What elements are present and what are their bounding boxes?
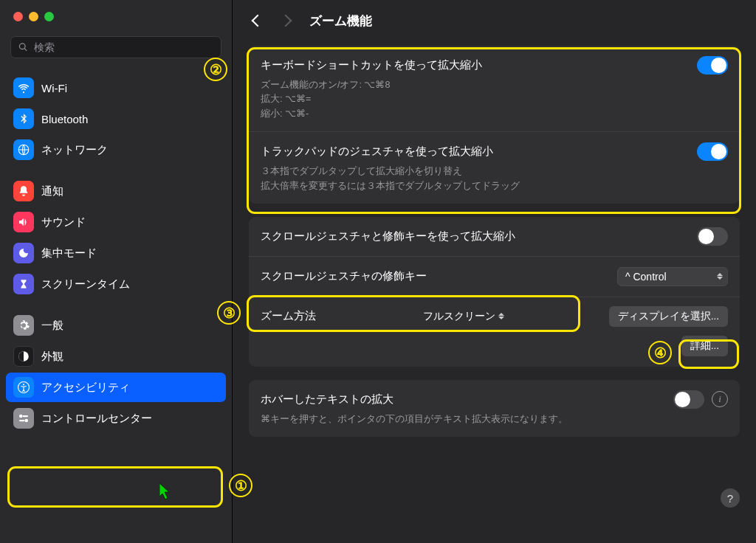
sidebar-item-label: アクセシビリティ <box>41 381 130 395</box>
sidebar-item-focus[interactable]: 集中モード <box>6 238 226 268</box>
sidebar-item-general[interactable]: 一般 <box>6 311 226 340</box>
scroll-gesture-toggle[interactable] <box>697 227 728 246</box>
hover-text-toggle[interactable] <box>673 390 704 409</box>
svg-point-4 <box>19 415 23 418</box>
bluetooth-icon <box>13 108 34 129</box>
choose-display-button[interactable]: ディスプレイを選択... <box>609 306 728 327</box>
scroll-zoom-card: スクロールジェスチャと修飾キーを使って拡大縮小 スクロールジェスチャの修飾キー … <box>249 217 740 367</box>
chevron-updown-icon <box>498 313 504 319</box>
sidebar-item-screentime[interactable]: スクリーンタイム <box>6 269 226 299</box>
sidebar-item-sound[interactable]: サウンド <box>6 207 226 237</box>
hover-text-title: ホバーしたテキストの拡大 <box>261 392 394 407</box>
sidebar-item-label: サウンド <box>41 215 86 229</box>
svg-rect-5 <box>23 415 29 417</box>
network-icon <box>13 139 34 160</box>
sidebar-item-bluetooth[interactable]: Bluetooth <box>6 104 226 134</box>
zoom-shortcuts-card: キーボードショートカットを使って拡大縮小 ズーム機能のオン/オフ: ⌥⌘8 拡大… <box>249 46 740 204</box>
search-input[interactable] <box>34 41 213 53</box>
nav-forward-button[interactable] <box>277 12 295 30</box>
scroll-gesture-title: スクロールジェスチャと修飾キーを使って拡大縮小 <box>261 229 515 243</box>
modifier-key-label: スクロールジェスチャの修飾キー <box>261 269 427 283</box>
sidebar-item-network[interactable]: ネットワーク <box>6 135 226 165</box>
screentime-icon <box>13 274 34 294</box>
sidebar-item-label: Bluetooth <box>41 113 88 125</box>
help-button[interactable]: ? <box>721 488 740 508</box>
wifi-icon <box>13 77 34 98</box>
window-controls <box>0 0 232 32</box>
sidebar-item-controlcenter[interactable]: コントロールセンター <box>6 404 226 433</box>
general-icon <box>13 315 34 336</box>
search-icon <box>18 42 28 52</box>
page-title: ズーム機能 <box>309 13 372 30</box>
content: キーボードショートカットを使って拡大縮小 ズーム機能のオン/オフ: ⌥⌘8 拡大… <box>233 41 756 543</box>
advanced-button[interactable]: 詳細... <box>681 336 728 356</box>
modifier-key-row: スクロールジェスチャの修飾キー ^ Control <box>249 257 740 297</box>
sidebar-item-label: Wi-Fi <box>41 82 67 94</box>
keyboard-shortcut-title: キーボードショートカットを使って拡大縮小 <box>261 58 482 72</box>
zoom-method-select[interactable]: フルスクリーン <box>416 307 509 326</box>
modifier-key-select[interactable]: ^ Control <box>617 267 728 286</box>
sidebar-item-accessibility[interactable]: アクセシビリティ <box>6 373 226 402</box>
notif-icon <box>13 181 34 201</box>
scroll-gesture-row: スクロールジェスチャと修飾キーを使って拡大縮小 <box>249 217 740 257</box>
svg-rect-7 <box>19 420 25 421</box>
hover-text-card: ホバーしたテキストの拡大 i ⌘キーを押すと、ポインタの下の項目がテキスト拡大表… <box>249 380 740 437</box>
topbar: ズーム機能 <box>233 0 756 41</box>
sidebar-item-label: ネットワーク <box>41 143 108 157</box>
svg-point-6 <box>25 419 29 423</box>
keyboard-shortcut-row: キーボードショートカットを使って拡大縮小 ズーム機能のオン/オフ: ⌥⌘8 拡大… <box>249 46 740 132</box>
sidebar-item-label: コントロールセンター <box>41 412 152 426</box>
sidebar-item-label: 集中モード <box>41 246 97 260</box>
sidebar-item-label: 一般 <box>41 319 63 333</box>
sidebar-item-wifi[interactable]: Wi-Fi <box>6 73 226 103</box>
chevron-right-icon <box>280 15 292 27</box>
advanced-row: 詳細... <box>249 336 740 367</box>
keyboard-shortcut-toggle[interactable] <box>697 56 728 75</box>
hover-text-row: ホバーしたテキストの拡大 i ⌘キーを押すと、ポインタの下の項目がテキスト拡大表… <box>249 380 740 437</box>
minimize-window-button[interactable] <box>29 12 38 21</box>
maximize-window-button[interactable] <box>44 12 54 21</box>
controlcenter-icon <box>13 408 34 429</box>
close-window-button[interactable] <box>13 12 23 21</box>
search-field[interactable] <box>10 36 221 58</box>
zoom-method-label: ズーム方法 <box>261 309 316 323</box>
zoom-method-row: ズーム方法 フルスクリーン ディスプレイを選択... <box>249 297 740 336</box>
trackpad-gesture-desc: ３本指でダブルタップして拡大縮小を切り替え 拡大倍率を変更するには３本指でダブル… <box>261 165 728 193</box>
trackpad-gesture-title: トラックパッドのジェスチャを使って拡大縮小 <box>261 145 493 159</box>
appearance-icon <box>13 346 34 367</box>
sidebar: Wi-FiBluetoothネットワーク通知サウンド集中モードスクリーンタイム一… <box>0 0 233 543</box>
sidebar-nav: Wi-FiBluetoothネットワーク通知サウンド集中モードスクリーンタイム一… <box>0 67 232 543</box>
info-icon[interactable]: i <box>712 391 728 407</box>
modifier-key-value: ^ Control <box>625 271 667 283</box>
sound-icon <box>13 212 34 232</box>
sidebar-item-appearance[interactable]: 外観 <box>6 342 226 371</box>
zoom-method-value: フルスクリーン <box>423 310 495 323</box>
chevron-updown-icon <box>717 273 723 280</box>
sidebar-item-label: 外観 <box>41 350 63 364</box>
svg-point-3 <box>23 384 24 385</box>
accessibility-icon <box>13 377 34 398</box>
focus-icon <box>13 243 34 263</box>
sidebar-item-label: スクリーンタイム <box>41 277 130 291</box>
trackpad-gesture-row: トラックパッドのジェスチャを使って拡大縮小 ３本指でダブルタップして拡大縮小を切… <box>249 132 740 204</box>
hover-text-desc: ⌘キーを押すと、ポインタの下の項目がテキスト拡大表示になります。 <box>261 412 728 426</box>
keyboard-shortcut-desc: ズーム機能のオン/オフ: ⌥⌘8 拡大: ⌥⌘= 縮小: ⌥⌘- <box>261 78 728 121</box>
nav-back-button[interactable] <box>249 12 267 30</box>
sidebar-item-notif[interactable]: 通知 <box>6 176 226 206</box>
chevron-left-icon <box>252 15 264 27</box>
main-pane: ズーム機能 キーボードショートカットを使って拡大縮小 ズーム機能のオン/オフ: … <box>233 0 756 543</box>
sidebar-item-label: 通知 <box>41 184 63 198</box>
trackpad-gesture-toggle[interactable] <box>697 142 728 161</box>
